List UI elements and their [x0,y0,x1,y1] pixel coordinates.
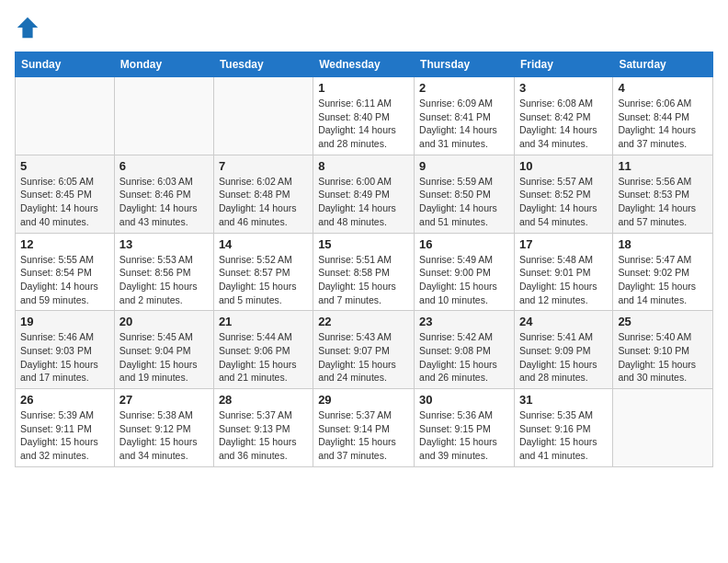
day-number: 17 [519,237,608,251]
svg-marker-0 [17,17,38,38]
day-info: Sunrise: 5:57 AM Sunset: 8:52 PM Dayligh… [519,175,608,229]
weekday-header-friday: Friday [514,52,612,77]
weekday-header-wednesday: Wednesday [313,52,415,77]
day-number: 16 [419,237,509,251]
day-number: 14 [219,237,308,251]
day-info: Sunrise: 5:45 AM Sunset: 9:04 PM Dayligh… [119,330,209,385]
day-number: 11 [618,159,708,173]
day-info: Sunrise: 5:53 AM Sunset: 8:56 PM Dayligh… [119,253,209,307]
day-number: 4 [618,81,708,95]
calendar-cell [16,77,115,155]
day-number: 8 [318,159,409,173]
day-number: 9 [419,159,509,173]
day-info: Sunrise: 5:43 AM Sunset: 9:07 PM Dayligh… [318,330,409,385]
calendar-cell: 25Sunrise: 5:40 AM Sunset: 9:10 PM Dayli… [613,311,713,389]
day-info: Sunrise: 5:55 AM Sunset: 8:54 PM Dayligh… [20,253,109,307]
day-number: 5 [20,159,109,173]
day-number: 22 [318,315,409,328]
day-number: 24 [519,315,608,328]
weekday-header-tuesday: Tuesday [213,52,313,77]
calendar-cell: 26Sunrise: 5:39 AM Sunset: 9:11 PM Dayli… [16,389,115,467]
day-info: Sunrise: 5:37 AM Sunset: 9:13 PM Dayligh… [219,408,308,463]
calendar-cell [114,77,213,155]
calendar-cell: 3Sunrise: 6:08 AM Sunset: 8:42 PM Daylig… [514,77,612,155]
day-info: Sunrise: 6:00 AM Sunset: 8:49 PM Dayligh… [318,175,409,229]
day-info: Sunrise: 5:41 AM Sunset: 9:09 PM Dayligh… [519,330,608,385]
day-info: Sunrise: 5:52 AM Sunset: 8:57 PM Dayligh… [219,253,308,307]
calendar-cell: 18Sunrise: 5:47 AM Sunset: 9:02 PM Dayli… [613,233,713,311]
week-row-1: 1Sunrise: 6:11 AM Sunset: 8:40 PM Daylig… [16,77,713,155]
calendar-cell [613,389,713,467]
day-number: 1 [318,81,409,95]
calendar-cell: 10Sunrise: 5:57 AM Sunset: 8:52 PM Dayli… [514,155,612,233]
day-info: Sunrise: 5:38 AM Sunset: 9:12 PM Dayligh… [119,408,209,463]
day-number: 25 [618,315,708,328]
week-row-5: 26Sunrise: 5:39 AM Sunset: 9:11 PM Dayli… [16,389,713,467]
day-number: 3 [519,81,608,95]
calendar-cell: 24Sunrise: 5:41 AM Sunset: 9:09 PM Dayli… [514,311,612,389]
day-info: Sunrise: 5:39 AM Sunset: 9:11 PM Dayligh… [20,408,109,463]
calendar-cell: 6Sunrise: 6:03 AM Sunset: 8:46 PM Daylig… [114,155,213,233]
day-info: Sunrise: 5:47 AM Sunset: 9:02 PM Dayligh… [618,253,708,307]
day-number: 21 [219,315,308,328]
weekday-header-thursday: Thursday [415,52,515,77]
calendar-cell: 17Sunrise: 5:48 AM Sunset: 9:01 PM Dayli… [514,233,612,311]
weekday-header-sunday: Sunday [16,52,115,77]
logo-icon [15,15,40,40]
day-number: 10 [519,159,608,173]
day-number: 12 [20,237,109,251]
calendar-cell: 20Sunrise: 5:45 AM Sunset: 9:04 PM Dayli… [114,311,213,389]
day-info: Sunrise: 6:02 AM Sunset: 8:48 PM Dayligh… [219,175,308,229]
day-info: Sunrise: 6:05 AM Sunset: 8:45 PM Dayligh… [20,175,109,229]
calendar-cell: 9Sunrise: 5:59 AM Sunset: 8:50 PM Daylig… [415,155,515,233]
calendar-cell: 23Sunrise: 5:42 AM Sunset: 9:08 PM Dayli… [415,311,515,389]
day-info: Sunrise: 5:51 AM Sunset: 8:58 PM Dayligh… [318,253,409,307]
day-info: Sunrise: 5:42 AM Sunset: 9:08 PM Dayligh… [419,330,509,385]
calendar-cell: 13Sunrise: 5:53 AM Sunset: 8:56 PM Dayli… [114,233,213,311]
day-number: 2 [419,81,509,95]
day-info: Sunrise: 6:06 AM Sunset: 8:44 PM Dayligh… [618,97,708,151]
page-header [15,15,713,40]
day-info: Sunrise: 5:56 AM Sunset: 8:53 PM Dayligh… [618,175,708,229]
calendar-cell: 28Sunrise: 5:37 AM Sunset: 9:13 PM Dayli… [213,389,313,467]
day-number: 31 [519,393,608,407]
calendar-cell: 5Sunrise: 6:05 AM Sunset: 8:45 PM Daylig… [16,155,115,233]
day-number: 6 [119,159,209,173]
day-number: 7 [219,159,308,173]
calendar-cell: 31Sunrise: 5:35 AM Sunset: 9:16 PM Dayli… [514,389,612,467]
weekday-header-saturday: Saturday [613,52,713,77]
day-info: Sunrise: 5:40 AM Sunset: 9:10 PM Dayligh… [618,330,708,385]
calendar-cell: 27Sunrise: 5:38 AM Sunset: 9:12 PM Dayli… [114,389,213,467]
day-number: 20 [119,315,209,328]
day-info: Sunrise: 6:08 AM Sunset: 8:42 PM Dayligh… [519,97,608,151]
weekday-header-row: SundayMondayTuesdayWednesdayThursdayFrid… [16,52,713,77]
calendar-cell: 2Sunrise: 6:09 AM Sunset: 8:41 PM Daylig… [415,77,515,155]
calendar-cell: 15Sunrise: 5:51 AM Sunset: 8:58 PM Dayli… [313,233,415,311]
calendar-cell [213,77,313,155]
day-number: 13 [119,237,209,251]
day-info: Sunrise: 6:09 AM Sunset: 8:41 PM Dayligh… [419,97,509,151]
calendar-cell: 22Sunrise: 5:43 AM Sunset: 9:07 PM Dayli… [313,311,415,389]
day-info: Sunrise: 5:36 AM Sunset: 9:15 PM Dayligh… [419,408,509,463]
day-number: 30 [419,393,509,407]
day-info: Sunrise: 5:35 AM Sunset: 9:16 PM Dayligh… [519,408,608,463]
calendar-cell: 7Sunrise: 6:02 AM Sunset: 8:48 PM Daylig… [213,155,313,233]
calendar-cell: 19Sunrise: 5:46 AM Sunset: 9:03 PM Dayli… [16,311,115,389]
calendar-cell: 29Sunrise: 5:37 AM Sunset: 9:14 PM Dayli… [313,389,415,467]
day-number: 18 [618,237,708,251]
day-info: Sunrise: 5:48 AM Sunset: 9:01 PM Dayligh… [519,253,608,307]
calendar-cell: 12Sunrise: 5:55 AM Sunset: 8:54 PM Dayli… [16,233,115,311]
week-row-3: 12Sunrise: 5:55 AM Sunset: 8:54 PM Dayli… [16,233,713,311]
calendar-table: SundayMondayTuesdayWednesdayThursdayFrid… [15,52,713,467]
calendar-cell: 16Sunrise: 5:49 AM Sunset: 9:00 PM Dayli… [415,233,515,311]
week-row-2: 5Sunrise: 6:05 AM Sunset: 8:45 PM Daylig… [16,155,713,233]
day-info: Sunrise: 5:37 AM Sunset: 9:14 PM Dayligh… [318,408,409,463]
day-info: Sunrise: 5:59 AM Sunset: 8:50 PM Dayligh… [419,175,509,229]
logo [15,15,44,40]
day-info: Sunrise: 5:44 AM Sunset: 9:06 PM Dayligh… [219,330,308,385]
day-number: 27 [119,393,209,407]
week-row-4: 19Sunrise: 5:46 AM Sunset: 9:03 PM Dayli… [16,311,713,389]
day-number: 19 [20,315,109,328]
day-number: 26 [20,393,109,407]
calendar-cell: 8Sunrise: 6:00 AM Sunset: 8:49 PM Daylig… [313,155,415,233]
